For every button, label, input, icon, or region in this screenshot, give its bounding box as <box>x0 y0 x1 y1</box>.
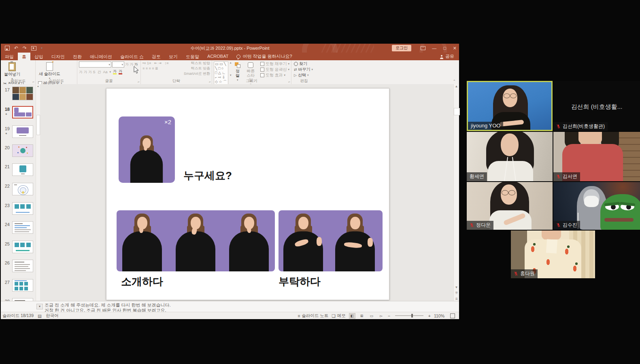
bullets-numbering-icons[interactable]: •≡ 1≡ <box>142 61 151 65</box>
tab-home[interactable]: 홈 <box>18 53 30 60</box>
previous-slide-icon[interactable]: ⇈ <box>454 291 459 295</box>
slide-thumbnail-17[interactable]: 17 <box>1 87 36 103</box>
scrollbar-thumb[interactable] <box>36 115 40 135</box>
caption-request[interactable]: 부탁하다 <box>279 275 321 289</box>
line-spacing-icon[interactable]: ↕≡ <box>165 61 169 65</box>
slide-question-text[interactable]: 누구세요? <box>183 169 232 183</box>
notes-pane[interactable]: ▼ 조금 전 소개 해 주셨는데요. 제 소개를 다시 한번 해 보겠습니다. … <box>1 301 459 312</box>
smartart-convert-button[interactable]: SmartArt로 변환 <box>184 72 210 76</box>
zoom-level[interactable]: 110% <box>434 313 444 318</box>
slide-thumbnail-22[interactable]: 22 <box>1 183 36 199</box>
zoom-in-button[interactable]: + <box>428 313 431 318</box>
shape-fill-button[interactable]: 도형 채우기 ▾ <box>260 61 289 66</box>
video-tile-hwang-seyeon[interactable]: 황세연 <box>467 132 553 181</box>
slide-sorter-view-button[interactable]: ⊞ <box>359 313 365 319</box>
zoom-out-button[interactable]: − <box>388 313 390 318</box>
slide-canvas[interactable]: ×2 누구세요? <box>40 84 453 301</box>
slide-thumbnail-18[interactable]: 18 ✦ <box>1 106 36 122</box>
font-name-combo[interactable]: ▾ <box>79 61 111 68</box>
video-tile-jeong-daun[interactable]: 정다운 <box>467 182 553 230</box>
dialog-launcher-icon[interactable]: ⌐ <box>138 80 140 84</box>
scrollbar-thumb[interactable] <box>454 108 460 115</box>
text-align-button[interactable]: 텍스트 맞춤 <box>191 67 210 70</box>
indent-icons[interactable]: ⇤ ⇥ <box>154 61 162 65</box>
scroll-down-icon[interactable]: ▼ <box>454 286 459 289</box>
tab-transitions[interactable]: 전환 <box>69 53 86 60</box>
grow-shrink-font-icons[interactable]: 가 가 <box>125 63 134 66</box>
alignment-icons[interactable]: ≡ ≡ ≡ ≡ ≣ <box>142 67 158 70</box>
slide-thumbnail-27[interactable]: 27 <box>1 279 36 295</box>
dialog-launcher-icon[interactable]: ⌐ <box>209 80 211 84</box>
tab-file[interactable]: 파일 <box>1 53 18 60</box>
slide-number-indicator[interactable]: 슬라이드 18/139 <box>1 313 34 319</box>
proofing-icon[interactable]: ▤ <box>38 313 42 318</box>
scroll-up-icon[interactable]: ▲ <box>36 85 40 87</box>
shape-effects-button[interactable]: 도형 효과 ▾ <box>260 73 289 78</box>
slide-scrollbar[interactable]: ▲ ▼ ⇈ ⇊ <box>453 84 459 301</box>
tab-help[interactable]: 도움말 <box>182 53 203 60</box>
video-tile-kim-sujin[interactable]: 김수진 <box>553 182 640 230</box>
tell-me-box[interactable]: 어떤 작업을 원하시나요? <box>232 53 296 60</box>
video-tile-kim-seonhui[interactable]: 김선희 (비호생활... 김선희(비호생활관) <box>553 81 640 131</box>
request-sign-image[interactable] <box>279 210 383 271</box>
gallery-down-icon[interactable]: ▼ <box>230 74 232 76</box>
close-icon[interactable]: ✕ <box>453 46 457 51</box>
tab-acrobat[interactable]: ACROBAT <box>203 53 232 60</box>
highlight-color-icon[interactable]: 가 <box>113 70 117 74</box>
new-slide-button[interactable]: 새 슬라이드 ▾ <box>37 61 62 81</box>
video-tile-jiyoung-yoo[interactable]: jiyoung YOO <box>467 81 553 131</box>
shape-outline-button[interactable]: 도형 윤곽선 ▾ <box>260 67 289 72</box>
replace-button[interactable]: ⇄ 바꾸기 ▾ <box>294 67 313 72</box>
tab-review[interactable]: 검토 <box>148 53 165 60</box>
font-size-combo[interactable]: ▾ <box>112 61 124 68</box>
slide-thumbnail-26[interactable]: 26 <box>1 260 36 276</box>
slide-thumbnail-20[interactable]: 20 <box>1 144 36 161</box>
gallery-up-icon[interactable]: ▲ <box>230 61 232 64</box>
zoom-slider-knob[interactable] <box>411 314 413 317</box>
select-button[interactable]: ▷ 선택 ▾ <box>294 73 313 78</box>
video-tile-hong-dawon[interactable]: 홍다원 <box>511 231 595 278</box>
bold-italic-underline-strike-icons[interactable]: 가 가 가 S <box>79 70 96 74</box>
find-button[interactable]: 찾기 <box>294 61 313 66</box>
slide-thumbnail-25[interactable]: 25 <box>1 241 36 257</box>
slide-thumbnail-24[interactable]: 24 <box>1 221 36 237</box>
collapse-ribbon-icon[interactable]: ⌃ <box>453 79 456 83</box>
text-direction-button[interactable]: 텍스트 방향 <box>191 61 210 65</box>
tab-animations[interactable]: 애니메이션 <box>86 53 116 60</box>
caption-introduce[interactable]: 소개하다 <box>121 275 163 289</box>
notes-line-1[interactable]: 조금 전 소개 해 주셨는데요. 제 소개를 다시 한번 해 보겠습니다. <box>45 303 171 308</box>
change-case-icon[interactable]: Aa <box>103 70 108 74</box>
zoom-slider[interactable] <box>395 315 423 316</box>
comments-toggle-button[interactable]: ❏ 메모 <box>332 313 345 319</box>
current-slide[interactable]: ×2 누구세요? <box>106 88 389 300</box>
next-slide-icon[interactable]: ⇊ <box>454 297 459 301</box>
character-spacing-icon[interactable]: 간 <box>98 70 101 74</box>
introduce-sign-image[interactable] <box>117 210 275 271</box>
video-tile-kim-seoyeon[interactable]: 김서연 <box>553 132 640 181</box>
tab-slideshow[interactable]: 슬라이드 쇼 <box>116 53 148 60</box>
login-button[interactable]: 로그인 <box>392 45 411 51</box>
dialog-launcher-icon[interactable]: ⌐ <box>32 80 34 84</box>
maximize-icon[interactable]: ▢ <box>443 46 447 50</box>
slideshow-view-button[interactable]: ▻ <box>378 313 385 319</box>
thumbnail-scrollbar[interactable]: ▲ <box>36 84 40 301</box>
fit-to-window-icon[interactable] <box>450 313 455 318</box>
share-button[interactable]: 공유 <box>435 53 459 60</box>
tab-design[interactable]: 디자인 <box>47 53 69 60</box>
ribbon-display-options-icon[interactable]: ⌃ <box>421 46 425 50</box>
slide-thumbnail-21[interactable]: 21 <box>1 163 36 180</box>
reading-view-button[interactable]: ▭ <box>368 313 375 319</box>
scroll-up-icon[interactable]: ▲ <box>454 85 459 88</box>
notes-collapse-icon[interactable]: ▼ <box>36 304 43 309</box>
slide-thumbnail-19[interactable]: 19 ✦ <box>1 125 36 142</box>
sign-demo-image[interactable]: ×2 <box>119 116 175 183</box>
notes-toggle-button[interactable]: ≡ 슬라이드 노트 <box>298 313 328 319</box>
font-color-icon[interactable]: 가 <box>119 70 122 74</box>
dialog-launcher-icon[interactable]: ⌐ <box>288 80 290 84</box>
tab-view[interactable]: 보기 <box>165 53 182 60</box>
minimize-icon[interactable]: — <box>432 46 436 51</box>
slide-thumbnail-23[interactable]: 23 <box>1 202 36 218</box>
language-indicator[interactable]: 한국어 <box>46 313 59 319</box>
normal-view-button[interactable]: ◧ <box>349 313 355 319</box>
tab-insert[interactable]: 삽입 <box>30 53 47 60</box>
